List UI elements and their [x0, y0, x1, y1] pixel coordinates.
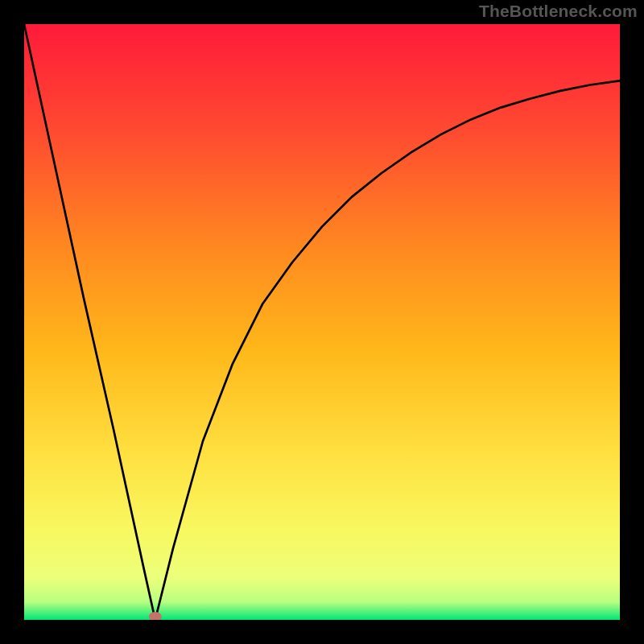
chart-frame: TheBottleneck.com — [0, 0, 644, 644]
chart-svg — [24, 24, 620, 620]
watermark-text: TheBottleneck.com — [479, 2, 638, 21]
gradient-background — [24, 24, 620, 620]
plot-area — [24, 24, 620, 620]
